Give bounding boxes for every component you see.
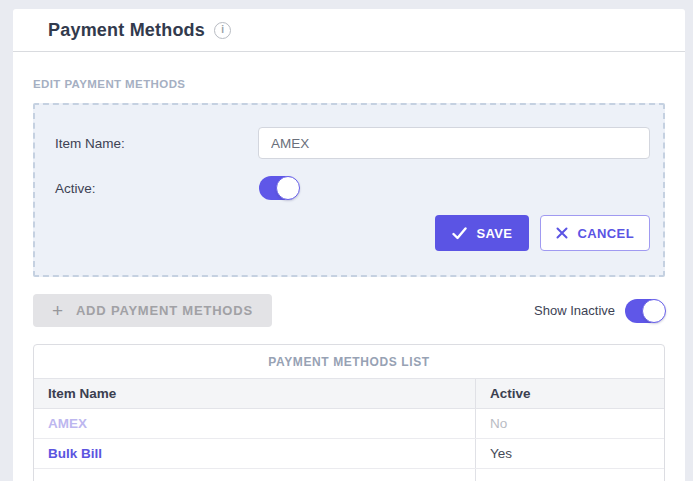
column-header-item-name: Item Name xyxy=(34,379,475,408)
active-value: Yes xyxy=(475,439,664,468)
table-title: PAYMENT METHODS LIST xyxy=(34,345,664,379)
table-header-row: Item Name Active xyxy=(34,379,664,409)
item-name-link[interactable]: Bulk Bill xyxy=(48,446,102,461)
show-inactive-label: Show Inactive xyxy=(534,303,615,318)
info-icon[interactable]: i xyxy=(214,22,231,39)
show-inactive-toggle[interactable] xyxy=(625,299,665,323)
titlebar: Payment Methods i xyxy=(13,9,685,52)
item-name-label: Item Name: xyxy=(55,136,258,151)
add-payment-methods-button[interactable]: + ADD PAYMENT METHODS xyxy=(33,294,272,327)
content-area: EDIT PAYMENT METHODS Item Name: Active: … xyxy=(13,78,685,481)
toggle-knob xyxy=(276,176,300,200)
edit-payment-method-form: Item Name: Active: SAVE xyxy=(33,103,665,277)
active-field-row: Active: xyxy=(55,176,650,200)
active-value: No xyxy=(475,409,664,438)
plus-icon: + xyxy=(52,301,64,320)
item-name-field-row: Item Name: xyxy=(55,127,650,159)
item-name-link[interactable]: AMEX xyxy=(48,416,87,431)
payment-methods-table: PAYMENT METHODS LIST Item Name Active AM… xyxy=(33,344,665,481)
table-body: AMEX No Bulk Bill Yes xyxy=(34,409,664,481)
toggle-knob xyxy=(642,299,666,323)
toolbar: + ADD PAYMENT METHODS Show Inactive xyxy=(33,294,665,327)
item-name-input[interactable] xyxy=(258,127,650,159)
cancel-button[interactable]: CANCEL xyxy=(540,215,650,251)
table-row: AMEX No xyxy=(34,409,664,439)
check-icon xyxy=(452,227,467,240)
cancel-button-label: CANCEL xyxy=(577,226,634,241)
save-button[interactable]: SAVE xyxy=(435,215,529,251)
add-button-label: ADD PAYMENT METHODS xyxy=(76,303,253,318)
table-row-partial xyxy=(34,469,664,481)
save-button-label: SAVE xyxy=(476,226,512,241)
column-header-active: Active xyxy=(475,379,664,408)
table-row: Bulk Bill Yes xyxy=(34,439,664,469)
page-title: Payment Methods xyxy=(48,20,205,41)
active-label: Active: xyxy=(55,181,259,196)
edit-section-heading: EDIT PAYMENT METHODS xyxy=(33,78,665,90)
show-inactive-control: Show Inactive xyxy=(534,299,665,323)
close-icon xyxy=(556,227,568,239)
form-buttons-row: SAVE CANCEL xyxy=(55,215,650,251)
active-toggle[interactable] xyxy=(259,176,299,200)
payment-methods-card: Payment Methods i EDIT PAYMENT METHODS I… xyxy=(13,9,685,481)
